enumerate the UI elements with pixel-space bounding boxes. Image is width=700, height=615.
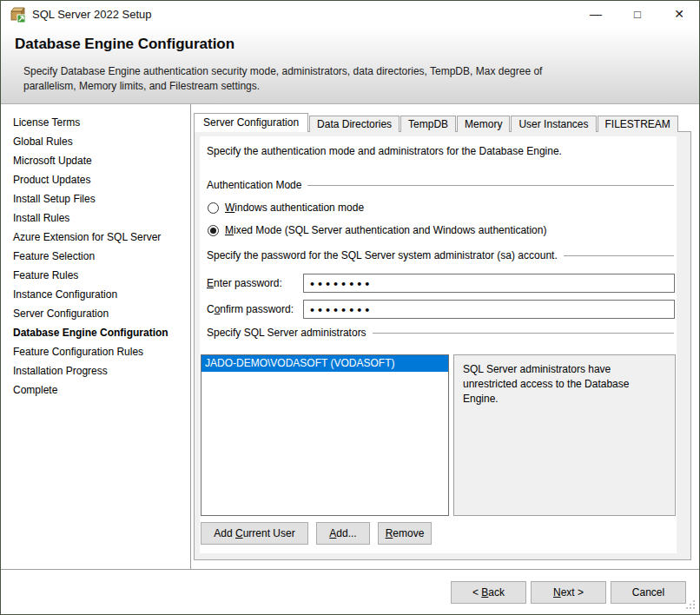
wizard-steps-sidebar: License Terms Global Rules Microsoft Upd… [1, 104, 191, 569]
sidebar-item-global-rules: Global Rules [1, 132, 190, 151]
group-separator-line [564, 255, 674, 256]
enter-password-field[interactable] [303, 274, 675, 293]
administrators-listbox[interactable]: JADO-DEMO\VODASOFT (VODASOFT) [201, 354, 449, 516]
cancel-button[interactable]: Cancel [611, 581, 686, 604]
remove-button[interactable]: Remove [378, 522, 432, 545]
back-button[interactable]: < Back [451, 581, 526, 604]
tab-panel-content: Specify the authentication mode and admi… [200, 136, 677, 553]
sidebar-item-feature-selection: Feature Selection [1, 247, 190, 266]
mixed-mode-radio-row[interactable]: Mixed Mode (SQL Server authentication an… [208, 224, 546, 236]
windows-auth-radio-label: Windows authentication mode [225, 202, 364, 214]
auth-instruction-text: Specify the authentication mode and admi… [207, 145, 671, 157]
sidebar-item-instance-configuration: Instance Configuration [1, 285, 190, 304]
tab-strip: Server Configuration Data Directories Te… [194, 114, 679, 132]
sidebar-item-install-rules: Install Rules [1, 208, 190, 228]
sidebar-item-database-engine-configuration: Database Engine Configuration [1, 323, 190, 342]
tab-tempdb[interactable]: TempDB [400, 116, 456, 132]
wizard-footer: < Back Next > Cancel [1, 569, 699, 614]
tab-memory[interactable]: Memory [457, 116, 510, 132]
maximize-button[interactable]: □ [617, 1, 657, 28]
page-description: Specify Database Engine authentication s… [23, 64, 572, 94]
administrators-group-label: Specify SQL Server administrators [207, 327, 367, 339]
add-button[interactable]: Add... [316, 522, 370, 545]
enter-password-label: Enter password: [207, 277, 282, 289]
sidebar-item-product-updates: Product Updates [1, 170, 190, 189]
window-title: SQL Server 2022 Setup [32, 1, 152, 28]
sidebar-item-microsoft-update: Microsoft Update [1, 151, 190, 170]
tab-user-instances[interactable]: User Instances [511, 116, 596, 132]
resize-grip[interactable] [684, 600, 695, 611]
confirm-password-row: Confirm password: [207, 300, 675, 319]
sidebar-item-complete: Complete [1, 380, 190, 400]
sidebar-item-server-configuration: Server Configuration [1, 304, 190, 323]
title-bar: SQL Server 2022 Setup — □ ✕ [1, 1, 699, 28]
enter-password-row: Enter password: [207, 274, 675, 293]
tab-filestream[interactable]: FILESTREAM [598, 116, 678, 132]
setup-wizard-window: SQL Server 2022 Setup — □ ✕ Database Eng… [0, 0, 700, 615]
sql-server-setup-icon [10, 6, 27, 23]
mixed-mode-radio-label: Mixed Mode (SQL Server authentication an… [225, 224, 546, 236]
sidebar-item-installation-progress: Installation Progress [1, 361, 190, 380]
mixed-mode-radio[interactable] [208, 225, 219, 236]
close-button[interactable]: ✕ [659, 1, 699, 28]
wizard-header: Database Engine Configuration Specify Da… [1, 28, 699, 104]
sidebar-item-feature-rules: Feature Rules [1, 266, 190, 285]
sa-password-group: Specify the password for the SQL Server … [207, 249, 674, 261]
administrators-info-panel: SQL Server administrators have unrestric… [453, 354, 676, 516]
tab-server-configuration[interactable]: Server Configuration [194, 113, 308, 132]
sidebar-item-feature-configuration-rules: Feature Configuration Rules [1, 342, 190, 361]
authentication-mode-group-label: Authentication Mode [207, 179, 301, 191]
windows-auth-radio-row[interactable]: Windows authentication mode [208, 202, 364, 214]
sidebar-item-azure-extension: Azure Extension for SQL Server [1, 228, 190, 247]
sidebar-item-install-setup-files: Install Setup Files [1, 189, 190, 208]
minimize-button[interactable]: — [576, 1, 616, 28]
authentication-mode-group: Authentication Mode [207, 179, 674, 191]
sa-password-group-label: Specify the password for the SQL Server … [207, 249, 558, 261]
administrators-group: Specify SQL Server administrators [207, 327, 674, 339]
page-title: Database Engine Configuration [15, 36, 234, 53]
sidebar-item-license-terms: License Terms [1, 113, 190, 132]
confirm-password-label: Confirm password: [207, 303, 294, 315]
add-current-user-button[interactable]: Add Current User [201, 522, 308, 545]
windows-auth-radio[interactable] [208, 202, 219, 214]
group-separator-line [373, 333, 674, 334]
next-button[interactable]: Next > [531, 581, 606, 604]
tab-data-directories[interactable]: Data Directories [309, 116, 400, 132]
server-configuration-tab-panel: Specify the authentication mode and admi… [194, 131, 691, 560]
confirm-password-field[interactable] [303, 300, 675, 319]
group-separator-line [307, 185, 674, 186]
administrator-list-item[interactable]: JADO-DEMO\VODASOFT (VODASOFT) [201, 355, 448, 372]
